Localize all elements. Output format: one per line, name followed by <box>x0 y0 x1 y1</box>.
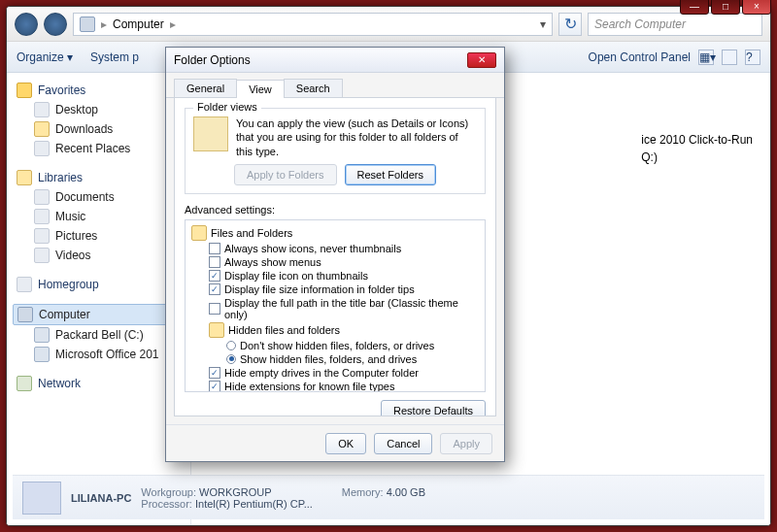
videos-icon <box>34 248 50 263</box>
folder-options-dialog: Folder Options ✕ General View Search Fol… <box>165 47 505 462</box>
view-options-button[interactable]: ▦▾ <box>698 50 714 65</box>
checkbox[interactable]: ✓ <box>209 381 220 392</box>
favorites-header[interactable]: Favorites <box>13 81 185 100</box>
memory-value: 4.00 GB <box>387 486 425 498</box>
homegroup-icon <box>17 277 32 292</box>
opt-always-menus[interactable]: Always show menus <box>187 255 483 269</box>
tree-hidden-group: Hidden files and folders <box>187 321 483 339</box>
computer-icon <box>17 307 33 322</box>
dialog-tabs: General View Search <box>166 73 504 98</box>
navigation-pane: Favorites Desktop Downloads Recent Place… <box>7 73 191 525</box>
dialog-close-button[interactable]: ✕ <box>467 52 496 68</box>
checkbox[interactable]: ✓ <box>209 283 220 295</box>
nav-row: ▸ Computer ▸ ▾ ↻ Search Computer <box>7 7 770 42</box>
workgroup-value: WORKGROUP <box>199 486 272 498</box>
checkbox[interactable] <box>209 256 220 268</box>
breadcrumb-root[interactable]: Computer <box>113 17 164 31</box>
opt-show-hidden[interactable]: Show hidden files, folders, and drives <box>187 352 483 366</box>
cancel-button[interactable]: Cancel <box>374 433 432 454</box>
libraries-icon <box>17 170 32 185</box>
radio[interactable] <box>226 354 236 364</box>
forward-button[interactable] <box>44 13 67 36</box>
opt-always-icons[interactable]: Always show icons, never thumbnails <box>187 242 483 255</box>
opt-file-size-tips[interactable]: ✓Display file size information in folder… <box>187 283 483 296</box>
dialog-titlebar[interactable]: Folder Options ✕ <box>166 48 504 73</box>
checkbox[interactable] <box>209 303 220 315</box>
address-bar[interactable]: ▸ Computer ▸ ▾ <box>73 13 553 36</box>
tree-root: Files and Folders <box>187 224 483 242</box>
drive-icon <box>34 327 50 343</box>
processor-label: Processor: <box>141 498 192 510</box>
folder-views-legend: Folder views <box>193 101 261 113</box>
sidebar-item-downloads[interactable]: Downloads <box>13 119 185 139</box>
documents-icon <box>34 189 50 205</box>
folder-views-group: Folder views You can apply the view (suc… <box>185 108 486 194</box>
pictures-icon <box>34 228 50 244</box>
sidebar-item-recent[interactable]: Recent Places <box>13 139 185 158</box>
breadcrumb-sep: ▸ <box>170 17 176 31</box>
sidebar-item-music[interactable]: Music <box>13 207 185 226</box>
details-pane: LILIANA-PC Workgroup: WORKGROUP Processo… <box>13 475 764 519</box>
star-icon <box>17 83 32 98</box>
drive-icon <box>34 347 50 362</box>
checkbox[interactable] <box>209 243 220 254</box>
desktop-icon <box>34 102 50 117</box>
opt-hide-extensions[interactable]: ✓Hide extensions for known file types <box>187 380 483 392</box>
sidebar-item-videos[interactable]: Videos <box>13 246 185 265</box>
restore-defaults-button[interactable]: Restore Defaults <box>381 400 486 416</box>
computer-icon <box>22 482 61 515</box>
close-button[interactable]: × <box>742 0 771 15</box>
refresh-button[interactable]: ↻ <box>558 13 582 36</box>
sidebar-item-pictures[interactable]: Pictures <box>13 226 185 246</box>
ok-button[interactable]: OK <box>325 433 366 454</box>
tab-search[interactable]: Search <box>284 79 343 97</box>
opt-hide-empty-drives[interactable]: ✓Hide empty drives in the Computer folde… <box>187 366 483 380</box>
list-item[interactable]: ice 2010 Click-to-Run <box>641 131 753 149</box>
apply-to-folders-button: Apply to Folders <box>234 164 336 185</box>
reset-folders-button[interactable]: Reset Folders <box>345 164 436 185</box>
folder-icon <box>209 322 224 338</box>
maximize-button[interactable]: □ <box>711 0 740 15</box>
minimize-button[interactable]: — <box>680 0 709 15</box>
checkbox[interactable]: ✓ <box>209 270 220 282</box>
dialog-title: Folder Options <box>174 53 251 67</box>
recent-icon <box>34 141 50 156</box>
tab-view[interactable]: View <box>236 80 285 98</box>
opt-full-path-title[interactable]: Display the full path in the title bar (… <box>187 296 483 321</box>
network-icon <box>17 376 32 391</box>
sidebar-item-desktop[interactable]: Desktop <box>13 100 185 119</box>
memory-label: Memory: <box>342 486 384 498</box>
radio[interactable] <box>226 341 236 350</box>
breadcrumb-sep: ▸ <box>101 17 107 31</box>
advanced-settings-label: Advanced settings: <box>185 204 486 216</box>
folder-icon <box>191 225 207 241</box>
checkbox[interactable]: ✓ <box>209 367 220 379</box>
computer-icon <box>80 17 95 32</box>
workgroup-label: Workgroup: <box>141 486 196 498</box>
libraries-header[interactable]: Libraries <box>13 168 185 187</box>
system-properties[interactable]: System p <box>90 50 139 64</box>
preview-pane-button[interactable] <box>722 50 737 65</box>
processor-value: Intel(R) Pentium(R) CP... <box>195 498 313 510</box>
list-item[interactable]: Q:) <box>641 149 753 166</box>
computer-header[interactable]: Computer <box>13 304 185 325</box>
details-name: LILIANA-PC <box>71 492 131 504</box>
homegroup-header[interactable]: Homegroup <box>13 275 185 294</box>
sidebar-item-drive-c[interactable]: Packard Bell (C:) <box>13 325 185 345</box>
help-button[interactable]: ? <box>745 50 760 65</box>
advanced-settings-tree[interactable]: Files and Folders Always show icons, nev… <box>185 219 486 392</box>
organize-menu[interactable]: Organize ▾ <box>17 50 73 64</box>
sidebar-item-office[interactable]: Microsoft Office 201 <box>13 345 185 364</box>
folder-views-text: You can apply the view (such as Details … <box>236 116 477 158</box>
opt-dont-show-hidden[interactable]: Don't show hidden files, folders, or dri… <box>187 339 483 352</box>
back-button[interactable] <box>15 13 38 36</box>
address-dropdown[interactable]: ▾ <box>540 17 546 31</box>
open-control-panel[interactable]: Open Control Panel <box>589 50 691 64</box>
opt-file-icon-thumb[interactable]: ✓Display file icon on thumbnails <box>187 269 483 283</box>
apply-button: Apply <box>440 433 492 454</box>
folder-views-icon <box>193 116 228 151</box>
tab-general[interactable]: General <box>174 79 237 97</box>
sidebar-item-documents[interactable]: Documents <box>13 187 185 207</box>
network-header[interactable]: Network <box>13 374 185 393</box>
music-icon <box>34 209 50 224</box>
